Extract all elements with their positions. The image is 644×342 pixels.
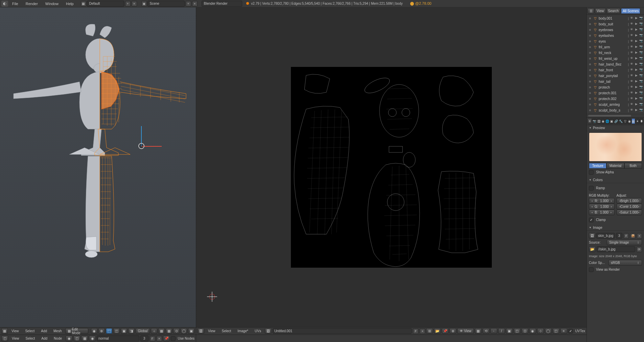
restrict-view-icon[interactable]: 👁: [629, 91, 634, 95]
node-menu-add[interactable]: Add: [39, 337, 50, 340]
restrict-view-icon[interactable]: 👁: [629, 39, 634, 44]
uv-menu-image[interactable]: Image*: [235, 329, 251, 333]
restrict-view-icon[interactable]: 👁: [629, 28, 634, 32]
restrict-render-icon[interactable]: 📷: [639, 62, 643, 67]
editor-type-node-icon[interactable]: ◫: [1, 336, 8, 341]
outliner-item[interactable]: ⊕▽eyes|👁▶📷: [587, 39, 644, 44]
uv-edge-icon[interactable]: /: [498, 328, 505, 334]
restrict-view-icon[interactable]: 👁: [629, 74, 634, 78]
menu-window[interactable]: Window: [42, 2, 62, 6]
expand-icon[interactable]: ⊕: [589, 80, 591, 83]
restrict-select-icon[interactable]: ▶: [634, 85, 639, 90]
outliner-item[interactable]: ⊕▽hair_band_Bez|👁▶📷: [587, 62, 644, 67]
shading-icon[interactable]: ◉: [91, 328, 97, 334]
datablock-users[interactable]: 3: [140, 336, 148, 341]
outliner-item[interactable]: ⊕▽eyebrows|👁▶📷: [587, 27, 644, 33]
new-image-icon[interactable]: ⊞: [426, 328, 433, 334]
layers-2-icon[interactable]: ▦: [166, 328, 172, 334]
tab-modifiers-icon[interactable]: 🔧: [619, 118, 623, 124]
tab-particles-icon[interactable]: ✦: [636, 118, 639, 124]
outliner-item[interactable]: ⊕▽body.001|👁▶📷: [587, 16, 644, 21]
snap-icon[interactable]: ⊙: [173, 328, 180, 334]
manipulator-icon[interactable]: ⟐: [151, 328, 157, 334]
image-browse-icon[interactable]: 🖼: [265, 328, 272, 334]
expand-icon[interactable]: ⊕: [589, 63, 591, 66]
editor-type-uv-icon[interactable]: 🖼: [198, 328, 204, 334]
outliner-item[interactable]: ⊕▽protech.001|👁▶📷: [587, 90, 644, 96]
tab-scene-icon[interactable]: ◉: [601, 118, 605, 124]
restrict-select-icon[interactable]: ▶: [634, 91, 639, 95]
outliner-item[interactable]: ⊕▽fril_weist_up|👁▶📷: [587, 56, 644, 62]
snap-target-icon[interactable]: ⊹: [537, 328, 544, 334]
expand-icon[interactable]: ⊕: [589, 23, 591, 26]
render-icon[interactable]: ▣: [188, 328, 194, 334]
editor-type-icon[interactable]: ▦: [1, 328, 8, 334]
render-engine-dropdown[interactable]: Blender Render: [202, 1, 242, 7]
restrict-select-icon[interactable]: ▶: [634, 51, 639, 55]
layout-add-icon[interactable]: +: [125, 1, 131, 6]
outliner-item[interactable]: ⊕▽hair_ponytail|👁▶📷: [587, 73, 644, 79]
outliner-item[interactable]: ⊕▽protech|👁▶📷: [587, 84, 644, 90]
outliner-item[interactable]: ⊕▽protech.002|👁▶📷: [587, 96, 644, 102]
tab-texture-icon[interactable]: ▦: [631, 118, 635, 124]
image-fake-user[interactable]: F: [413, 328, 418, 334]
scene-browse-icon[interactable]: ◉: [141, 1, 147, 6]
source-dropdown[interactable]: Single Image: [607, 240, 642, 245]
tree-type-tex-icon[interactable]: ▦: [81, 336, 88, 341]
tab-render-icon[interactable]: 📷: [592, 118, 597, 124]
filepath-reload-icon[interactable]: ⟳: [637, 247, 642, 252]
expand-icon[interactable]: ⊕: [589, 92, 591, 95]
tab-world-icon[interactable]: 🌐: [605, 118, 610, 124]
expand-icon[interactable]: ⊕: [589, 17, 591, 20]
outliner-item[interactable]: ⊕▽sculpt_armleg|👁▶📷: [587, 102, 644, 107]
restrict-select-icon[interactable]: ▶: [634, 16, 639, 21]
blender-icon[interactable]: ◐: [1, 1, 8, 7]
restrict-select-icon[interactable]: ▶: [634, 33, 639, 38]
restrict-select-icon[interactable]: ▶: [634, 79, 639, 84]
restrict-view-icon[interactable]: 👁: [629, 45, 634, 49]
expand-icon[interactable]: ⊕: [589, 74, 591, 77]
uv-canvas[interactable]: [291, 67, 492, 268]
image-name-input[interactable]: skin_b.jpg: [596, 233, 615, 239]
expand-icon[interactable]: ⊕: [589, 46, 591, 49]
clamp-checkbox[interactable]: [589, 218, 594, 222]
ramp-checkbox[interactable]: [589, 186, 594, 191]
node-menu-select[interactable]: Select: [23, 337, 38, 340]
tab-data-icon[interactable]: ▽: [623, 118, 627, 124]
open-image-icon[interactable]: 📂: [434, 328, 441, 334]
restrict-render-icon[interactable]: 📷: [639, 68, 643, 72]
restrict-view-icon[interactable]: 👁: [629, 68, 634, 72]
limit-selection-icon[interactable]: ◨: [128, 328, 135, 334]
3d-menu-add[interactable]: Add: [38, 329, 50, 333]
image-pack-icon[interactable]: 📦: [630, 233, 635, 239]
datablock-del-icon[interactable]: ×: [157, 336, 162, 341]
3d-viewport[interactable]: [0, 7, 196, 327]
saturation-slider[interactable]: Satur:1.000: [617, 210, 642, 215]
restrict-render-icon[interactable]: 📷: [639, 45, 643, 49]
outliner-tree[interactable]: ⊕▽body.001|👁▶📷⊕▽body_suit|👁▶📷⊕▽eyebrows|…: [587, 15, 644, 114]
restrict-view-icon[interactable]: 👁: [629, 102, 634, 107]
tree-type-comp-icon[interactable]: ◫: [73, 336, 80, 341]
menu-render[interactable]: Render: [22, 2, 41, 6]
contrast-slider[interactable]: Contr:1.000: [617, 204, 642, 210]
expand-icon[interactable]: ⊕: [589, 69, 591, 72]
sync-icon[interactable]: ⟲: [483, 328, 489, 334]
panel-image-header[interactable]: Image: [587, 225, 644, 231]
outliner-item[interactable]: ⊕▽fril_arm|👁▶📷: [587, 44, 644, 50]
tree-type-shader-icon[interactable]: ◉: [66, 336, 72, 341]
uv-island-icon[interactable]: ◫: [514, 328, 521, 334]
restrict-render-icon[interactable]: 📷: [639, 51, 643, 55]
colorspace-dropdown[interactable]: sRGB: [608, 260, 642, 266]
restrict-select-icon[interactable]: ▶: [634, 45, 639, 49]
3d-menu-view[interactable]: View: [9, 329, 22, 333]
restrict-view-icon[interactable]: 👁: [629, 62, 634, 67]
layers-1-icon[interactable]: ▦: [158, 328, 165, 334]
channels-icon[interactable]: ▦: [475, 328, 482, 334]
tab-physics-icon[interactable]: ⬮: [640, 118, 643, 124]
pin-icon[interactable]: 📌: [163, 336, 170, 341]
restrict-render-icon[interactable]: 📷: [639, 91, 643, 95]
restrict-select-icon[interactable]: ▶: [634, 74, 639, 78]
uv-face-icon[interactable]: ▣: [506, 328, 513, 334]
uvtex-checkbox[interactable]: [568, 329, 573, 334]
outliner-item[interactable]: ⊕▽sculpt_body_s|👁▶📷: [587, 107, 644, 113]
